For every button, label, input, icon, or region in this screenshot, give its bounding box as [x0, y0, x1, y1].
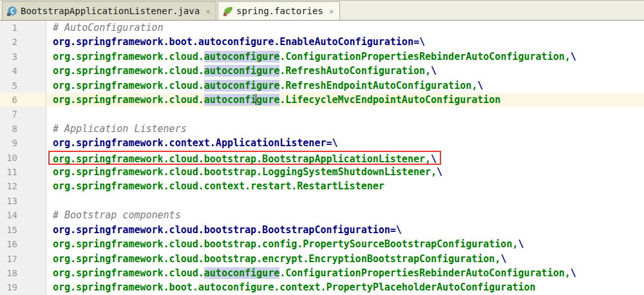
code-token-value: .LifecycleMvcEndpointAutoConfiguration: [279, 94, 500, 106]
code-token-value: .ConfigurationPropertiesRebinderAutoConf…: [279, 51, 571, 62]
line-number: 15: [0, 223, 46, 237]
code-token-value: .RefreshEndpointAutoConfiguration,: [279, 80, 477, 91]
code-token-hl: autoconfigure: [204, 51, 279, 62]
code-token-value: org.springframework.cloud.: [53, 80, 204, 91]
code-token-hl: gure: [256, 94, 279, 106]
line-number: 6: [0, 93, 46, 107]
line-number: 7: [0, 107, 46, 121]
code-line[interactable]: 2org.springframework.boot.autoconfigure.…: [0, 35, 644, 49]
code-line[interactable]: 8# Application Listeners: [0, 122, 644, 136]
editor-tab-bar: C BootstrapApplicationListener.java × sp…: [0, 1, 644, 21]
line-number: 17: [0, 252, 46, 266]
code-token-esc: \: [431, 153, 437, 165]
line-number: 19: [0, 280, 46, 294]
code-line[interactable]: 9org.springframework.context.Application…: [0, 136, 644, 150]
code-token-comment: # Bootstrap components: [53, 209, 181, 221]
close-tab-icon[interactable]: ×: [329, 6, 334, 16]
code-token-value: org.springframework.cloud.: [53, 65, 204, 77]
code-token-value: org.springframework.cloud.: [53, 94, 204, 106]
code-token-comment: # Application Listeners: [53, 123, 187, 135]
tab-label: spring.factories: [236, 6, 323, 16]
code-token-esc: \: [518, 238, 524, 250]
line-number: 5: [0, 79, 46, 93]
code-token-hl: autoconfigure: [204, 80, 279, 91]
code-token-value: .RefreshAutoConfiguration,: [279, 65, 431, 77]
line-number: 4: [0, 64, 46, 78]
code-token-hl: autoconfigure: [204, 65, 279, 77]
leaf-badge-icon: [223, 13, 227, 16]
code-line[interactable]: 5org.springframework.cloud.autoconfigure…: [0, 79, 644, 93]
code-line[interactable]: 3org.springframework.cloud.autoconfigure…: [0, 50, 644, 64]
line-number: 9: [0, 136, 46, 150]
code-token-esc: \: [431, 65, 437, 77]
code-line[interactable]: 1# AutoConfiguration: [0, 21, 644, 35]
code-token-key: org.springframework.boot.autoconfigure.E…: [53, 36, 425, 48]
code-line[interactable]: 11org.springframework.cloud.bootstrap.Lo…: [0, 165, 644, 179]
code-token-value: org.springframework.cloud.bootstrap.Logg…: [53, 166, 437, 178]
code-token-esc: \: [571, 51, 576, 62]
code-token-value: org.springframework.cloud.: [53, 51, 204, 62]
line-number: 14: [0, 208, 46, 222]
code-line[interactable]: 18org.springframework.cloud.autoconfigur…: [0, 266, 644, 280]
code-token-key: org.springframework.context.ApplicationL…: [53, 137, 338, 149]
code-token-value: org.springframework.cloud.bootstrap.conf…: [53, 238, 518, 250]
code-token-esc: \: [500, 253, 506, 265]
line-number: 8: [0, 122, 46, 136]
code-line[interactable]: 19org.springframework.boot.autoconfigure…: [0, 280, 644, 294]
line-number: 10: [0, 151, 46, 165]
code-token-value: .ConfigurationPropertiesRebinderAutoConf…: [279, 267, 571, 279]
code-token-comment: # AutoConfiguration: [53, 22, 164, 33]
code-token-key: org.springframework.cloud.bootstrap.Boot…: [53, 224, 402, 236]
code-token-esc: \: [437, 166, 442, 178]
line-number: 11: [0, 165, 46, 179]
code-line[interactable]: 4org.springframework.cloud.autoconfigure…: [0, 64, 644, 78]
code-line[interactable]: 10org.springframework.cloud.bootstrap.Bo…: [0, 151, 644, 165]
code-line[interactable]: 7: [0, 107, 644, 121]
code-editor[interactable]: 1# AutoConfiguration2org.springframework…: [0, 21, 644, 295]
code-token-hl: autoconfi: [204, 94, 256, 106]
tab-spring-factories[interactable]: spring.factories ×: [218, 1, 340, 20]
code-token-value: org.springframework.cloud.: [53, 267, 204, 279]
line-number: 13: [0, 194, 46, 208]
tab-bootstrapapplicationlistener-java[interactable]: C BootstrapApplicationListener.java ×: [2, 1, 216, 20]
code-line[interactable]: 14# Bootstrap components: [0, 208, 644, 222]
code-token-value: org.springframework.cloud.context.restar…: [53, 180, 384, 192]
tab-label: BootstrapApplicationListener.java: [21, 6, 200, 16]
annotation-highlight-box: org.springframework.cloud.bootstrap.Boot…: [48, 151, 441, 165]
spring-leaf-icon: [223, 6, 233, 16]
line-number: 3: [0, 50, 46, 64]
line-number: 2: [0, 35, 46, 49]
close-tab-icon[interactable]: ×: [205, 6, 211, 16]
code-token-value: org.springframework.cloud.bootstrap.Boot…: [53, 153, 431, 165]
code-token-hl: autoconfigure: [204, 267, 279, 279]
code-line[interactable]: 6org.springframework.cloud.autoconfigure…: [0, 93, 644, 107]
code-line[interactable]: 13: [0, 194, 644, 208]
java-class-icon: C: [7, 6, 17, 16]
line-number: 18: [0, 266, 46, 280]
line-number: 16: [0, 237, 46, 251]
line-number: 1: [0, 21, 46, 35]
code-line[interactable]: 12org.springframework.cloud.context.rest…: [0, 179, 644, 193]
code-token-esc: \: [571, 267, 576, 279]
class-badge-icon: [7, 13, 10, 16]
code-line[interactable]: 15org.springframework.cloud.bootstrap.Bo…: [0, 223, 644, 237]
code-line[interactable]: 16org.springframework.cloud.bootstrap.co…: [0, 237, 644, 251]
ide-window: C BootstrapApplicationListener.java × sp…: [0, 0, 644, 295]
code-line[interactable]: 17org.springframework.cloud.bootstrap.en…: [0, 252, 644, 266]
line-number: 12: [0, 179, 46, 193]
code-token-value: org.springframework.cloud.bootstrap.encr…: [53, 253, 500, 265]
code-token-value: org.springframework.boot.autoconfigure.c…: [53, 281, 536, 293]
code-token-esc: \: [477, 80, 483, 91]
